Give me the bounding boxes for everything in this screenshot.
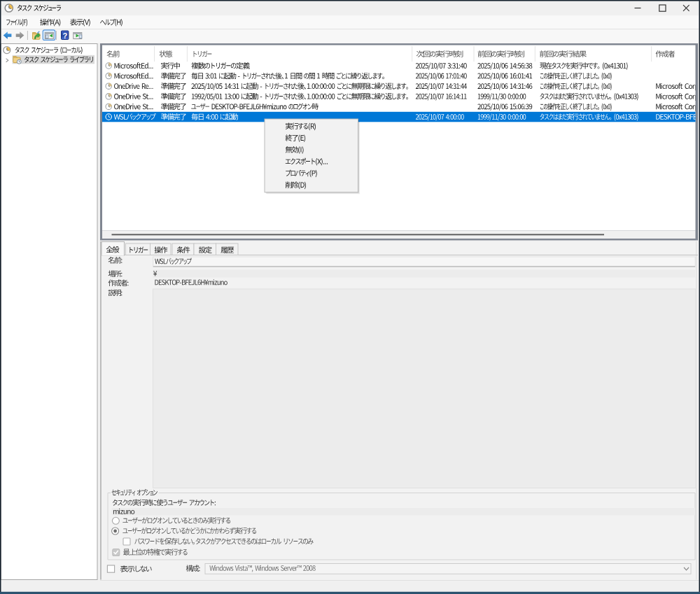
svg-text:?: ? (62, 31, 67, 40)
